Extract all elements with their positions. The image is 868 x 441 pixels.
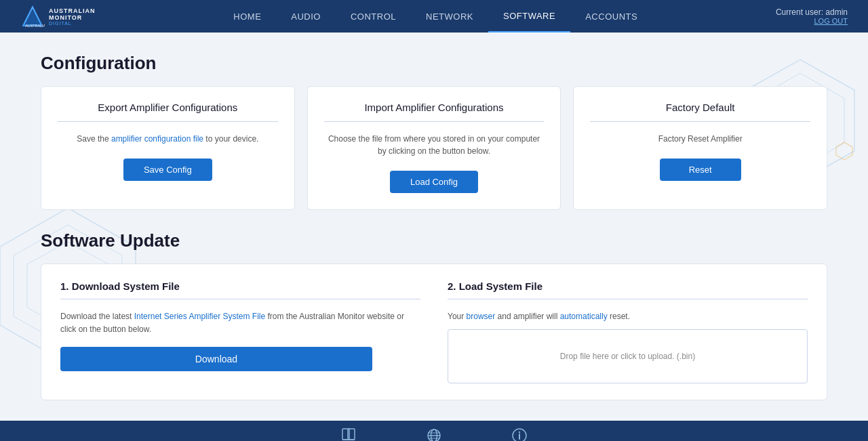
import-config-card: Import Amplifier Configurations Choose t… [307, 86, 561, 210]
load-config-button[interactable]: Load Config [390, 171, 478, 193]
export-link-text: amplifier configuration file [111, 134, 203, 144]
nav-software[interactable]: SOFTWARE [488, 0, 570, 33]
download-col-title: 1. Download System File [60, 280, 420, 292]
browser-highlight: browser [467, 312, 496, 321]
user-section: Current user: admin LOG OUT [776, 7, 848, 25]
info-icon[interactable] [511, 427, 528, 442]
download-button[interactable]: Download [60, 347, 372, 371]
software-update-card: 1. Download System File Download the lat… [41, 264, 827, 400]
software-update-title: Software Update [41, 230, 827, 251]
download-column: 1. Download System File Download the lat… [60, 280, 420, 383]
current-user-label: Current user: admin [776, 7, 848, 17]
globe-icon[interactable] [425, 427, 443, 442]
nav-home[interactable]: HOME [218, 0, 276, 33]
svg-text:AUSTRALIAN: AUSTRALIAN [25, 24, 45, 28]
navbar: AUSTRALIAN AUSTRALIAN MONITOR DIGITAL HO… [0, 0, 868, 33]
svg-marker-5 [836, 142, 852, 160]
logo-line1: AUSTRALIAN [49, 7, 96, 14]
reset-button[interactable]: Reset [660, 159, 741, 181]
import-card-title: Import Amplifier Configurations [364, 102, 503, 113]
export-card-title: Export Amplifier Configurations [98, 102, 237, 113]
hex-decoration-small-right [834, 141, 854, 164]
download-divider [60, 299, 420, 299]
book-icon[interactable] [340, 427, 357, 442]
configuration-title: Configuration [41, 53, 827, 74]
config-cards: Export Amplifier Configurations Save the… [41, 86, 827, 210]
save-config-button[interactable]: Save Config [123, 159, 212, 181]
logo-line2: MONITOR [49, 14, 96, 21]
factory-default-card: Factory Default Factory Reset Amplifier … [573, 86, 827, 210]
import-divider [324, 121, 545, 122]
file-drop-zone[interactable]: Drop file here or click to upload. (.bin… [448, 329, 808, 383]
load-col-title: 2. Load System File [448, 280, 808, 292]
export-card-desc: Save the amplifier configuration file to… [77, 133, 258, 145]
export-config-card: Export Amplifier Configurations Save the… [41, 86, 295, 210]
factory-card-title: Factory Default [666, 102, 735, 113]
footer [0, 421, 868, 441]
download-desc: Download the latest Internet Series Ampl… [60, 310, 420, 336]
factory-divider [590, 121, 810, 122]
export-divider [58, 121, 278, 122]
nav-control[interactable]: CONTROL [336, 0, 411, 33]
update-inner: 1. Download System File Download the lat… [60, 280, 808, 383]
import-card-desc: Choose the file from where you stored in… [324, 133, 545, 157]
nav-links: HOME AUDIO CONTROL NETWORK SOFTWARE ACCO… [96, 0, 776, 33]
auto-highlight: automatically [560, 312, 608, 321]
nav-network[interactable]: NETWORK [411, 0, 488, 33]
auto-reset-desc: Your browser and amplifier will automati… [448, 310, 808, 322]
nav-audio[interactable]: AUDIO [276, 0, 336, 33]
load-divider [448, 299, 808, 299]
logo: AUSTRALIAN AUSTRALIAN MONITOR DIGITAL [20, 4, 96, 28]
logo-line3: DIGITAL [49, 21, 96, 26]
internet-series-link: Internet Series Amplifier System File [134, 312, 265, 321]
svg-marker-1 [24, 10, 42, 26]
drop-zone-text: Drop file here or click to upload. (.bin… [560, 352, 695, 361]
load-column: 2. Load System File Your browser and amp… [448, 280, 808, 383]
factory-card-desc: Factory Reset Amplifier [658, 133, 743, 145]
main-content: Configuration Export Amplifier Configura… [0, 33, 868, 421]
logout-button[interactable]: LOG OUT [814, 17, 848, 25]
nav-accounts[interactable]: ACCOUNTS [570, 0, 652, 33]
svg-point-19 [519, 431, 520, 432]
